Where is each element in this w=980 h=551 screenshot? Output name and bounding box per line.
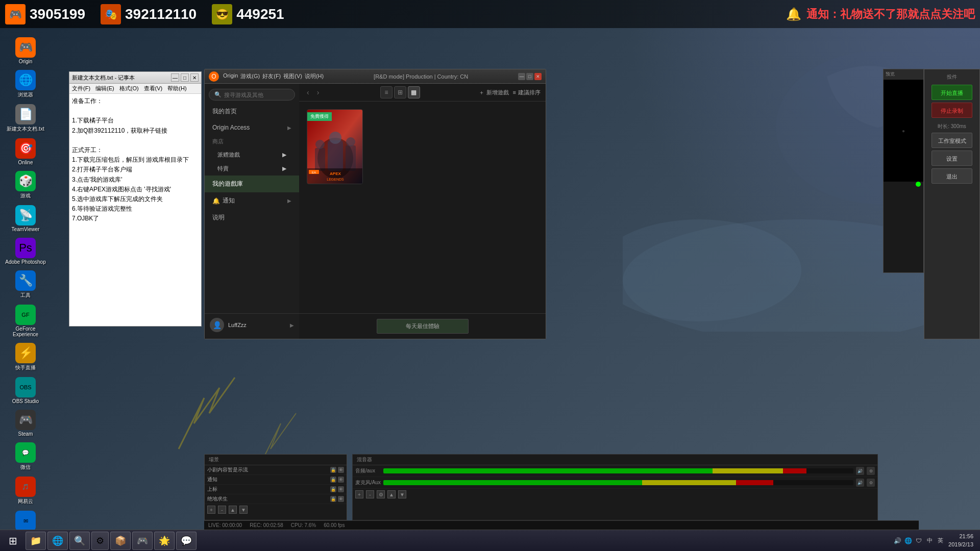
- origin-user-profile[interactable]: 👤 LuffZzz ▶: [205, 313, 299, 336]
- tray-icon-lang-en[interactable]: 英: [936, 537, 944, 545]
- obs-mixer-add-button[interactable]: +: [355, 490, 363, 498]
- obs-mixer-down-button[interactable]: ▼: [398, 490, 406, 498]
- taskbar-item-chat[interactable]: 💬: [176, 532, 197, 550]
- eye-icon-2[interactable]: 👁: [338, 477, 344, 483]
- desktop-icon-quick[interactable]: ⚡ 快手直播: [3, 341, 48, 373]
- notepad-menu-format[interactable]: 格式(O): [119, 85, 139, 92]
- origin-small-grid-view-button[interactable]: ⊞: [394, 86, 406, 98]
- desktop-icon-team[interactable]: 📡 TeamViewer: [3, 204, 48, 234]
- obs-settings-button-2[interactable]: ⚙: [867, 479, 875, 487]
- obs-move-up-button[interactable]: ▲: [229, 506, 237, 514]
- taskbar-item-settings[interactable]: ⚙: [91, 532, 109, 550]
- origin-menu-view[interactable]: 视图(V): [283, 72, 302, 80]
- obs-mixer-remove-button[interactable]: -: [366, 490, 374, 498]
- sidebar-item-sale[interactable]: 特賣 ▶: [205, 162, 299, 176]
- desktop-icon-docs[interactable]: 📄 新建文本文档.txt: [3, 103, 48, 134]
- origin-close-button[interactable]: ✕: [534, 73, 542, 80]
- search-input[interactable]: [224, 92, 289, 98]
- desktop-icon-geforce[interactable]: GF GeForce Experience: [3, 303, 48, 339]
- obs-mute-button-2[interactable]: 🔊: [856, 479, 864, 487]
- svg-point-10: [346, 137, 355, 146]
- obs-add-scene-button[interactable]: +: [207, 506, 215, 514]
- obs-mixer-channel-2: 麦克风/Aux 🔊 ⚙: [353, 477, 877, 489]
- eye-icon-4[interactable]: 👁: [338, 496, 344, 502]
- obs-settings-button[interactable]: 设置: [932, 151, 972, 166]
- obs-exit-button[interactable]: 退出: [932, 168, 972, 184]
- notepad-menu-edit[interactable]: 编辑(E): [95, 85, 114, 92]
- obs-mute-button-1[interactable]: 🔊: [856, 467, 864, 475]
- sidebar-item-free-games[interactable]: 派赠遊戲 ▶: [205, 148, 299, 162]
- origin-list-view-button[interactable]: ≡: [380, 86, 393, 98]
- notepad-minimize-button[interactable]: —: [171, 73, 179, 82]
- lock-icon-3[interactable]: 🔒: [330, 486, 336, 492]
- taskbar-item-store[interactable]: 📦: [110, 532, 131, 550]
- origin-maximize-button[interactable]: □: [526, 73, 533, 80]
- tray-icon-network[interactable]: 🌐: [904, 537, 912, 545]
- sidebar-item-notifications[interactable]: 🔔 通知 ▶: [205, 192, 299, 209]
- obs-start-stream-button[interactable]: 开始直播: [932, 85, 972, 100]
- obs-remove-scene-button[interactable]: -: [218, 506, 226, 514]
- desktop-icon-origin[interactable]: 🎮 Origin: [3, 36, 48, 66]
- notepad-line: 5.选中游戏库下解压完成的文件夹: [72, 194, 199, 204]
- obs-stop-record-button[interactable]: 停止录制: [932, 103, 972, 118]
- lock-icon-4[interactable]: 🔒: [330, 496, 336, 502]
- obs-mixer-up-button[interactable]: ▲: [387, 490, 396, 498]
- taskbar-clock[interactable]: 21:56 2019/2/13: [948, 533, 973, 548]
- eye-icon[interactable]: 👁: [338, 467, 344, 473]
- desktop-icon-util[interactable]: 🔧 工具: [3, 269, 48, 300]
- game-card-apex[interactable]: 免費獲得: [307, 109, 363, 184]
- taskbar-item-misc1[interactable]: 🌟: [154, 532, 175, 550]
- obs-move-down-button[interactable]: ▼: [239, 506, 248, 514]
- desktop-icon-game1[interactable]: 🎯 Online: [3, 137, 48, 167]
- tray-icon-shield[interactable]: 🛡: [915, 537, 923, 545]
- origin-large-grid-view-button[interactable]: ▦: [408, 86, 420, 98]
- desktop-icon-browser[interactable]: 🌐 浏览器: [3, 68, 48, 100]
- origin-window-title: [R&D mode] Production | Country: CN: [374, 73, 468, 80]
- desktop-icon-ps[interactable]: Ps Adobe Photoshop: [3, 236, 48, 266]
- desktop-icon-netease[interactable]: 🎵 网易云: [3, 475, 48, 507]
- taskbar-item-search[interactable]: 🔍: [69, 532, 90, 550]
- taskbar-item-game[interactable]: 🎮: [132, 532, 153, 550]
- notepad-content-area[interactable]: 准备工作： 1.下载橘子平台 2.加Q群392112110，获取种子链接 正式开…: [69, 94, 201, 326]
- sidebar-item-help[interactable]: 说明: [205, 209, 299, 226]
- sidebar-item-origin-access[interactable]: Origin Access ▶: [205, 120, 299, 135]
- tray-icon-lang[interactable]: 中: [925, 537, 934, 545]
- origin-back-button[interactable]: ‹: [304, 87, 312, 97]
- notepad-menu-bar: 文件(F) 编辑(E) 格式(O) 查看(V) 帮助(H): [69, 84, 201, 94]
- obs-scene-controls: + - ▲ ▼: [205, 504, 347, 515]
- tray-icon-volume[interactable]: 🔊: [893, 537, 901, 545]
- sidebar-item-home[interactable]: 我的首页: [205, 103, 299, 120]
- notepad-menu-file[interactable]: 文件(F): [72, 85, 90, 92]
- origin-menu-games[interactable]: 游戏(G): [240, 72, 260, 80]
- desktop-icon-game2[interactable]: 🎲 游戏: [3, 169, 48, 201]
- desktop-icon-steam[interactable]: 🎮 Steam: [3, 408, 48, 438]
- notepad-close-button[interactable]: ✕: [190, 73, 199, 82]
- taskbar-item-explorer[interactable]: 📁: [26, 532, 46, 550]
- origin-menu-origin[interactable]: Origin: [223, 72, 238, 80]
- origin-add-game-button[interactable]: ＋ 新增遊戲: [479, 89, 509, 96]
- notepad-maximize-button[interactable]: □: [181, 73, 189, 82]
- eye-icon-3[interactable]: 👁: [338, 486, 344, 492]
- notepad-menu-help[interactable]: 帮助(H): [167, 85, 186, 92]
- origin-menu-friends[interactable]: 好友(F): [262, 72, 281, 80]
- origin-search-box[interactable]: 🔍: [209, 89, 295, 101]
- sidebar-item-my-library[interactable]: 我的遊戲庫: [205, 176, 299, 192]
- lock-icon[interactable]: 🔒: [330, 467, 336, 473]
- origin-toolbar: ‹ › ≡ ⊞ ▦ ＋ 新增遊戲 ≡: [299, 84, 546, 102]
- obs-mixer-settings-button[interactable]: ⚙: [377, 490, 385, 498]
- sidebar-sale-label: 特賣: [217, 165, 229, 172]
- lock-icon-2[interactable]: 🔒: [330, 477, 336, 483]
- origin-sort-button[interactable]: ≡ 建議排序: [513, 89, 541, 96]
- start-button[interactable]: ⊞: [3, 531, 23, 551]
- desktop-icon-obs[interactable]: OBS OBS Studio: [3, 375, 48, 406]
- origin-forward-button[interactable]: ›: [314, 87, 322, 97]
- origin-daily-best-button[interactable]: 每天最佳體驗: [377, 319, 469, 334]
- obs-studio-mode-button[interactable]: 工作室模式: [932, 133, 972, 148]
- origin-minimize-button[interactable]: —: [518, 73, 525, 80]
- origin-menu-help[interactable]: 说明(H): [305, 72, 324, 80]
- desktop-icon-wechat[interactable]: 💬 微信: [3, 441, 48, 472]
- notepad-menu-view[interactable]: 查看(V): [144, 85, 163, 92]
- windows-icon: ⊞: [9, 535, 17, 547]
- taskbar-item-edge[interactable]: 🌐: [47, 532, 68, 550]
- obs-settings-button-1[interactable]: ⚙: [867, 467, 875, 475]
